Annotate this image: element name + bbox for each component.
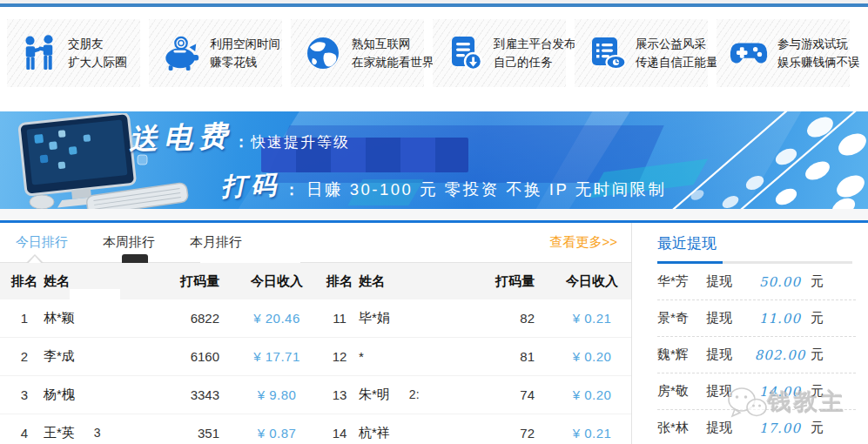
recent-withdrawals-panel: 最近提现 华*芳 提现 50.00 元 景*奇 提现 11.00 元 魏*辉 提… <box>632 223 868 444</box>
table-row: 2 李*成 6160 ¥ 17.71 12 * 81 ¥ 0.20 <box>0 338 631 376</box>
withdrawal-amount: 11.00 <box>750 311 811 326</box>
feature-internet[interactable]: 熟知互联网 在家就能看世界 <box>291 19 424 87</box>
withdrawal-name: 张*林 <box>657 420 706 436</box>
withdrawal-item: 房*敬 提现 14.00 元 <box>657 373 856 410</box>
cell-count: 81 <box>491 349 535 364</box>
header-name: 姓名 <box>359 273 491 290</box>
cell-income: ¥ 0.87 <box>226 426 327 441</box>
banner-promo-text: 快速提升等级 <box>251 132 350 152</box>
ranking-panel: 今日排行 本周排行 本月排行 查看更多>> 排名 姓名 打码量 今日收入 排名 <box>0 223 632 444</box>
withdrawal-action: 提现 <box>706 310 750 326</box>
cell-count: 72 <box>491 426 535 441</box>
publish-task-icon <box>443 34 487 72</box>
withdrawal-action: 提现 <box>706 273 750 290</box>
withdrawal-unit: 元 <box>811 273 837 290</box>
tab-month-ranking[interactable]: 本月排行 <box>190 234 242 251</box>
withdrawal-unit: 元 <box>811 420 837 436</box>
feature-line2: 赚零花钱 <box>210 53 280 71</box>
gamepad-icon <box>727 36 770 71</box>
page: 交朋友 扩大人际圈 利用空闲时间 赚零花钱 <box>0 0 868 444</box>
cell-rank: 3 <box>5 387 44 402</box>
table-row: 3 杨*槐 3343 ¥ 9.80 13 朱*明2: 74 ¥ 0.20 <box>0 376 631 414</box>
cell-income: ¥ 0.20 <box>542 349 643 364</box>
withdrawal-name: 华*芳 <box>657 273 706 290</box>
cell-count: 74 <box>491 387 535 402</box>
cell-count: 82 <box>491 311 535 326</box>
feature-line1: 展示公益风采 <box>636 35 718 53</box>
cell-name: * <box>359 349 364 364</box>
cell-rank: 4 <box>5 426 44 441</box>
header-count: 打码量 <box>176 273 219 290</box>
cell-name: 李*成 <box>44 348 75 363</box>
withdrawal-action: 提现 <box>706 346 750 363</box>
withdrawals-title: 最近提现 <box>657 233 856 253</box>
header-count: 打码量 <box>491 273 535 290</box>
banner-dama-colon: ： <box>284 179 299 200</box>
ranking-tabbar: 今日排行 本周排行 本月排行 查看更多>> <box>0 223 631 263</box>
cell-name: 朱*明 <box>359 387 390 401</box>
banner-dama-script: 打码 <box>220 168 280 205</box>
cell-count: 351 <box>176 426 219 441</box>
table-row: 1 林*颖 6822 ¥ 20.46 11 毕*娟 82 ¥ 0.21 <box>0 299 631 338</box>
feature-line2: 娱乐赚钱俩不误 <box>777 53 860 71</box>
feature-make-friends[interactable]: 交朋友 扩大人际圈 <box>7 19 140 87</box>
feature-line2: 自己的任务 <box>494 53 576 71</box>
withdrawal-name: 景*奇 <box>657 310 706 326</box>
cell-name: 毕*娟 <box>359 310 390 325</box>
withdrawal-action: 提现 <box>706 420 750 436</box>
table-header-group-left: 排名 姓名 打码量 今日收入 <box>0 273 315 290</box>
withdrawal-name: 魏*辉 <box>657 346 706 363</box>
showcase-eye-icon <box>585 34 629 72</box>
withdrawal-unit: 元 <box>811 383 837 400</box>
withdrawal-unit: 元 <box>811 310 837 326</box>
cell-income: ¥ 0.21 <box>542 426 643 441</box>
cell-income: ¥ 9.80 <box>226 387 327 402</box>
withdrawal-amount: 17.00 <box>750 420 811 436</box>
withdrawal-action: 提现 <box>706 383 750 400</box>
feature-line2: 传递自信正能量 <box>636 53 718 71</box>
dot-pattern <box>633 111 868 209</box>
banner-dama-line: 打码 ： 日赚 30-100 元 零投资 不换 IP 无时间限制 <box>221 169 667 204</box>
redaction-remnant: 2: <box>409 387 420 401</box>
banner-promo-script: 送电费 <box>128 117 233 159</box>
cell-count: 3343 <box>176 387 219 402</box>
tab-today-ranking[interactable]: 今日排行 <box>16 234 68 251</box>
feature-charity[interactable]: 展示公益风采 传递自信正能量 <box>575 19 708 87</box>
promo-banner[interactable]: 送电费 ： 快速提升等级 打码 ： 日赚 30-100 元 零投资 不换 IP … <box>0 111 868 209</box>
header-rank: 排名 <box>5 273 44 290</box>
cell-income: ¥ 0.21 <box>542 311 643 326</box>
cell-name: 王*英 <box>44 425 75 440</box>
feature-line1: 参与游戏试玩 <box>777 35 860 53</box>
feature-game-trial[interactable]: 参与游戏试玩 娱乐赚钱俩不误 <box>717 19 850 87</box>
cell-income: ¥ 0.20 <box>542 387 643 402</box>
withdrawals-title-rule <box>657 261 852 264</box>
banner-dama-text: 日赚 30-100 元 零投资 不换 IP 无时间限制 <box>306 178 667 200</box>
redaction-patch <box>70 289 120 299</box>
withdrawal-amount: 50.00 <box>750 274 811 290</box>
cell-name: 杨*槐 <box>44 387 75 401</box>
withdrawal-item: 魏*辉 提现 802.00 元 <box>657 337 856 373</box>
header-name: 姓名 <box>44 273 176 290</box>
feature-line1: 熟知互联网 <box>352 35 434 53</box>
feature-pocket-money[interactable]: 利用空闲时间 赚零花钱 <box>149 19 282 87</box>
feature-line2: 扩大人际圈 <box>68 53 127 71</box>
tab-week-ranking[interactable]: 本周排行 <box>103 234 155 251</box>
cell-rank: 1 <box>5 311 44 326</box>
withdrawal-name: 房*敬 <box>657 383 706 400</box>
globe-icon <box>301 34 345 72</box>
withdrawal-unit: 元 <box>811 346 837 363</box>
banner-bottom-strip <box>0 209 868 220</box>
view-more-link[interactable]: 查看更多>> <box>549 234 617 251</box>
handshake-icon <box>17 35 61 71</box>
table-row: 4 王*英3 351 ¥ 0.87 14 杭*祥 72 ¥ 0.21 <box>0 414 631 444</box>
feature-publish-task[interactable]: 到雇主平台发布 自己的任务 <box>433 19 566 87</box>
withdrawal-amount: 14.00 <box>750 384 811 400</box>
feature-line1: 到雇主平台发布 <box>494 35 576 53</box>
banner-promo-line: 送电费 ： 快速提升等级 <box>129 118 350 158</box>
withdrawals-title-underline <box>657 261 723 264</box>
cell-count: 6822 <box>176 311 219 326</box>
feature-line1: 利用空闲时间 <box>210 35 280 53</box>
withdrawal-item: 景*奇 提现 11.00 元 <box>657 300 856 337</box>
feature-row: 交朋友 扩大人际圈 利用空闲时间 赚零花钱 <box>7 19 850 87</box>
table-header-row: 排名 姓名 打码量 今日收入 排名 姓名 打码量 今日收入 <box>0 263 631 299</box>
